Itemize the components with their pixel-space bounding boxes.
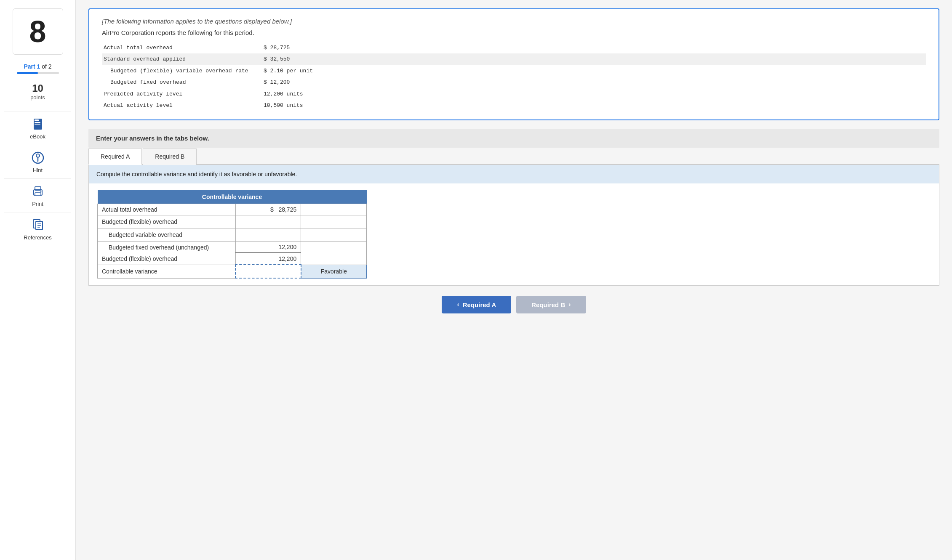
variance-table-wrapper: Controllable variance Actual total overh… [89, 183, 939, 285]
data-value: 10,500 units [262, 100, 305, 111]
table-row: Actual total overhead $ 28,725 [98, 204, 367, 215]
sidebar-item-references[interactable]: References [4, 212, 71, 246]
next-label: Required B [531, 301, 565, 308]
part-of: of 2 [42, 63, 51, 70]
row-label: Budgeted variable overhead [98, 228, 236, 242]
row-outcome [301, 228, 367, 242]
row-label: Budgeted (flexible) overhead [98, 253, 236, 265]
hint-label: Hint [33, 167, 43, 173]
table-row: Controllable variance Favorable [98, 265, 367, 278]
data-value: 12,200 units [262, 88, 305, 100]
budgeted-flexible-overhead-input[interactable] [236, 215, 301, 228]
row-value: 12,200 [235, 253, 301, 265]
tab-required-b[interactable]: Required B [143, 149, 197, 165]
points-label: points [30, 94, 45, 101]
table-row: Budgeted (flexible) overhead 12,200 [98, 253, 367, 265]
svg-rect-1 [35, 119, 39, 121]
next-arrow: › [568, 301, 571, 308]
data-value: $ 2.10 per unit [262, 65, 315, 77]
variance-table: Controllable variance Actual total overh… [97, 190, 367, 279]
info-box-intro: [The following information applies to th… [102, 18, 926, 25]
tab-required-a[interactable]: Required A [88, 149, 142, 165]
main-content: [The following information applies to th… [76, 0, 952, 560]
nav-buttons: ‹ Required A Required B › [88, 296, 939, 313]
data-label: Predicted activity level [102, 88, 262, 100]
data-label: Actual total overhead [102, 42, 262, 53]
data-value: $ 32,550 [262, 53, 291, 65]
data-value: $ 12,200 [262, 77, 291, 88]
part-info: Part 1 of 2 [17, 63, 59, 74]
svg-point-7 [37, 161, 38, 162]
ebook-label: eBook [30, 133, 45, 140]
references-icon [30, 218, 45, 233]
svg-point-11 [40, 191, 41, 193]
data-row: Actual total overhead $ 28,725 [102, 42, 926, 53]
sidebar-item-hint[interactable]: Hint [4, 145, 71, 179]
row-value-input[interactable] [235, 215, 301, 228]
row-outcome [301, 204, 367, 215]
part-progress-bar [17, 72, 59, 74]
points-number: 10 [30, 82, 45, 94]
row-value: 12,200 [235, 242, 301, 253]
table-row: Budgeted variable overhead [98, 228, 367, 242]
row-label: Budgeted fixed overhead (unchanged) [98, 242, 236, 253]
points-box: 10 points [30, 82, 45, 101]
info-box-description: AirPro Corporation reports the following… [102, 29, 926, 36]
sidebar: 8 Part 1 of 2 10 points [0, 0, 76, 560]
instructions-bar: Enter your answers in the tabs below. [88, 129, 939, 148]
hint-icon [30, 150, 45, 165]
prev-label: Required A [463, 301, 496, 308]
part-label-bold: Part 1 [24, 63, 40, 70]
table-row: Budgeted (flexible) overhead [98, 215, 367, 228]
data-row: Actual activity level 10,500 units [102, 100, 926, 111]
controllable-variance-input[interactable] [236, 265, 301, 278]
row-outcome-favorable[interactable]: Favorable [301, 265, 367, 278]
svg-rect-10 [35, 193, 41, 196]
row-outcome [301, 215, 367, 228]
row-outcome [301, 242, 367, 253]
row-value: $ 28,725 [235, 204, 301, 215]
row-value-input[interactable] [235, 228, 301, 242]
prev-arrow: ‹ [457, 301, 459, 308]
next-button: Required B › [516, 296, 586, 313]
tab-content: Compute the controllable variance and id… [88, 165, 939, 286]
row-label: Actual total overhead [98, 204, 236, 215]
sidebar-item-print[interactable]: Print [4, 179, 71, 212]
info-box: [The following information applies to th… [88, 8, 939, 120]
task-description: Compute the controllable variance and id… [89, 165, 939, 183]
row-outcome [301, 253, 367, 265]
tabs-bar: Required A Required B [88, 148, 939, 165]
variance-table-header: Controllable variance [98, 190, 367, 204]
data-label: Budgeted fixed overhead [102, 77, 262, 88]
data-label: Budgeted (flexible) variable overhead ra… [102, 65, 262, 77]
part-progress-fill [17, 72, 38, 74]
data-row: Budgeted (flexible) variable overhead ra… [102, 65, 926, 77]
tabs-section: Required A Required B Compute the contro… [88, 148, 939, 286]
row-label: Budgeted (flexible) overhead [98, 215, 236, 228]
book-icon [30, 117, 45, 132]
svg-rect-2 [35, 122, 40, 123]
question-number: 8 [13, 8, 63, 55]
data-table: Actual total overhead $ 28,725 Standard … [102, 42, 926, 111]
prev-button[interactable]: ‹ Required A [442, 296, 511, 313]
row-label: Controllable variance [98, 265, 236, 278]
instructions-text: Enter your answers in the tabs below. [96, 135, 209, 142]
table-row: Budgeted fixed overhead (unchanged) 12,2… [98, 242, 367, 253]
sidebar-item-ebook[interactable]: eBook [4, 111, 71, 145]
sidebar-tools: eBook Hint [4, 111, 71, 246]
data-row: Budgeted fixed overhead $ 12,200 [102, 77, 926, 88]
row-value-input-dashed[interactable] [235, 265, 301, 278]
print-icon [30, 184, 45, 199]
data-row: Standard overhead applied $ 32,550 [102, 53, 926, 65]
data-label: Standard overhead applied [102, 53, 262, 65]
budgeted-variable-overhead-input[interactable] [236, 228, 301, 241]
print-label: Print [32, 201, 43, 207]
data-value: $ 28,725 [262, 42, 291, 53]
data-label: Actual activity level [102, 100, 262, 111]
svg-rect-3 [35, 124, 40, 125]
references-label: References [24, 234, 51, 241]
data-row: Predicted activity level 12,200 units [102, 88, 926, 100]
